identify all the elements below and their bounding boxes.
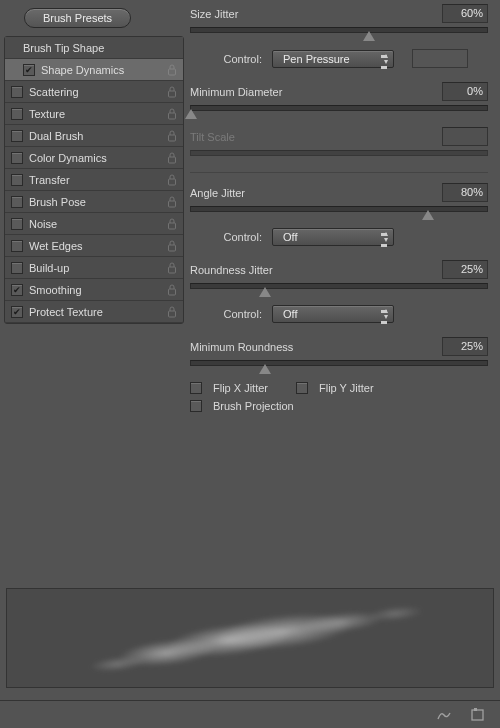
lock-icon[interactable]: [167, 262, 177, 274]
roundness-jitter-value[interactable]: 25%: [442, 260, 488, 279]
min-diameter-label: Minimum Diameter: [190, 86, 282, 98]
chevron-updown-icon: ▴▾: [384, 231, 388, 243]
sidebar-item-wet-edges[interactable]: Wet Edges: [5, 235, 183, 257]
lock-icon[interactable]: [167, 196, 177, 208]
tilt-scale-label: Tilt Scale: [190, 131, 235, 143]
control-label: Control:: [210, 231, 262, 243]
sidebar-item-transfer[interactable]: Transfer: [5, 169, 183, 191]
size-jitter-control-dropdown[interactable]: Pen Pressure ▴▾: [272, 50, 394, 68]
sidebar-item-build-up[interactable]: Build-up: [5, 257, 183, 279]
svg-rect-7: [169, 223, 176, 229]
sidebar-item-color-dynamics[interactable]: Color Dynamics: [5, 147, 183, 169]
roundness-jitter-control-dropdown[interactable]: Off ▴▾: [272, 305, 394, 323]
svg-rect-9: [169, 267, 176, 273]
svg-rect-5: [169, 179, 176, 185]
svg-rect-6: [169, 201, 176, 207]
checkbox[interactable]: [11, 284, 23, 296]
checkbox[interactable]: [11, 108, 23, 120]
sidebar-item-label: Protect Texture: [29, 306, 163, 318]
flip-x-jitter-label: Flip X Jitter: [213, 382, 268, 394]
lock-icon[interactable]: [167, 108, 177, 120]
lock-icon[interactable]: [167, 64, 177, 76]
sidebar-item-label: Shape Dynamics: [41, 64, 163, 76]
brush-preview-panel: [6, 588, 494, 688]
brush-projection-label: Brush Projection: [213, 400, 294, 412]
tilt-scale-slider: [190, 150, 488, 156]
sidebar-item-label: Brush Pose: [29, 196, 163, 208]
size-jitter-slider[interactable]: [190, 27, 488, 33]
svg-rect-12: [472, 710, 483, 720]
checkbox[interactable]: [11, 152, 23, 164]
lock-icon[interactable]: [167, 152, 177, 164]
svg-rect-11: [169, 311, 176, 317]
min-roundness-slider[interactable]: [190, 360, 488, 366]
min-diameter-slider[interactable]: [190, 105, 488, 111]
checkbox[interactable]: [11, 86, 23, 98]
lock-icon[interactable]: [167, 284, 177, 296]
slider-thumb-icon[interactable]: [422, 210, 434, 220]
flip-y-jitter-checkbox[interactable]: [296, 382, 308, 394]
lock-icon[interactable]: [167, 130, 177, 142]
min-roundness-value[interactable]: 25%: [442, 337, 488, 356]
svg-rect-1: [169, 91, 176, 97]
checkbox[interactable]: [23, 64, 35, 76]
toggle-preview-icon[interactable]: [436, 707, 452, 723]
lock-icon[interactable]: [167, 174, 177, 186]
bottom-toolbar: [0, 700, 500, 728]
svg-rect-8: [169, 245, 176, 251]
size-jitter-value[interactable]: 60%: [442, 4, 488, 23]
tilt-scale-value: [442, 127, 488, 146]
sidebar-item-label: Wet Edges: [29, 240, 163, 252]
brush-options-list: Brush Tip Shape Shape DynamicsScattering…: [4, 36, 184, 324]
lock-icon[interactable]: [167, 306, 177, 318]
checkbox[interactable]: [11, 174, 23, 186]
sidebar-item-label: Dual Brush: [29, 130, 163, 142]
roundness-jitter-slider[interactable]: [190, 283, 488, 289]
lock-icon[interactable]: [167, 86, 177, 98]
control-label: Control:: [210, 308, 262, 320]
slider-thumb-icon[interactable]: [259, 287, 271, 297]
sidebar-item-protect-texture[interactable]: Protect Texture: [5, 301, 183, 323]
checkbox[interactable]: [11, 218, 23, 230]
min-roundness-label: Minimum Roundness: [190, 341, 293, 353]
sidebar-item-shape-dynamics[interactable]: Shape Dynamics: [5, 59, 183, 81]
sidebar-item-scattering[interactable]: Scattering: [5, 81, 183, 103]
checkbox[interactable]: [11, 240, 23, 252]
brush-tip-shape-item[interactable]: Brush Tip Shape: [5, 37, 183, 59]
svg-rect-10: [169, 289, 176, 295]
sidebar-item-label: Noise: [29, 218, 163, 230]
angle-jitter-control-dropdown[interactable]: Off ▴▾: [272, 228, 394, 246]
sidebar-item-label: Transfer: [29, 174, 163, 186]
angle-jitter-slider[interactable]: [190, 206, 488, 212]
sidebar-item-label: Smoothing: [29, 284, 163, 296]
angle-jitter-value[interactable]: 80%: [442, 183, 488, 202]
svg-rect-3: [169, 135, 176, 141]
lock-icon[interactable]: [167, 218, 177, 230]
sidebar-item-texture[interactable]: Texture: [5, 103, 183, 125]
slider-thumb-icon[interactable]: [363, 31, 375, 41]
min-diameter-value[interactable]: 0%: [442, 82, 488, 101]
chevron-updown-icon: ▴▾: [384, 53, 388, 65]
lock-icon[interactable]: [167, 240, 177, 252]
sidebar-item-label: Texture: [29, 108, 163, 120]
brush-projection-checkbox[interactable]: [190, 400, 202, 412]
size-jitter-label: Size Jitter: [190, 8, 238, 20]
checkbox[interactable]: [11, 306, 23, 318]
svg-rect-13: [474, 708, 477, 711]
brush-presets-button[interactable]: Brush Presets: [24, 8, 131, 28]
svg-rect-2: [169, 113, 176, 119]
brush-stroke-preview: [38, 586, 462, 690]
flip-x-jitter-checkbox[interactable]: [190, 382, 202, 394]
svg-rect-4: [169, 157, 176, 163]
slider-thumb-icon[interactable]: [185, 109, 197, 119]
checkbox[interactable]: [11, 130, 23, 142]
new-brush-icon[interactable]: [470, 707, 486, 723]
sidebar-item-brush-pose[interactable]: Brush Pose: [5, 191, 183, 213]
checkbox[interactable]: [11, 196, 23, 208]
sidebar-item-noise[interactable]: Noise: [5, 213, 183, 235]
sidebar-item-dual-brush[interactable]: Dual Brush: [5, 125, 183, 147]
sidebar-item-smoothing[interactable]: Smoothing: [5, 279, 183, 301]
slider-thumb-icon[interactable]: [259, 364, 271, 374]
checkbox[interactable]: [11, 262, 23, 274]
svg-rect-0: [169, 69, 176, 75]
